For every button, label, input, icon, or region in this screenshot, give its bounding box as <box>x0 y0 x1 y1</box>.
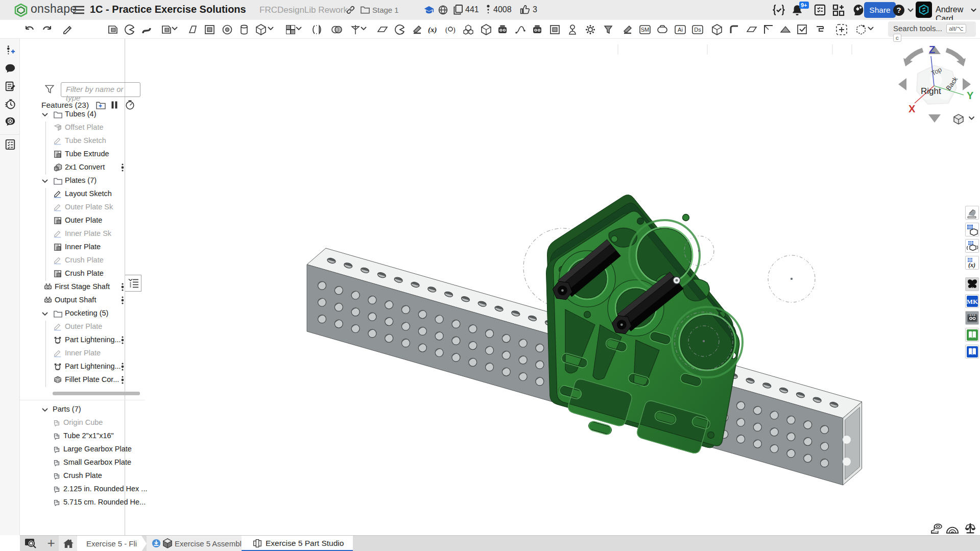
svg-text:Ds: Ds <box>694 27 701 33</box>
svg-text:MK: MK <box>967 298 978 305</box>
svg-text:Y: Y <box>967 90 974 101</box>
svg-text:(x): (x) <box>968 261 975 269</box>
svg-text:?: ? <box>896 6 901 14</box>
svg-text:(x): (x) <box>428 26 437 34</box>
svg-text:X: X <box>909 103 916 114</box>
svg-text:▲●▲: ▲●▲ <box>969 313 976 316</box>
svg-text:SM: SM <box>641 27 650 33</box>
svg-text:Z: Z <box>929 44 935 55</box>
svg-text:): ) <box>453 26 456 34</box>
svg-text:Ai: Ai <box>678 27 683 33</box>
svg-text:Right: Right <box>921 86 941 96</box>
svg-text:(: ( <box>445 26 448 34</box>
